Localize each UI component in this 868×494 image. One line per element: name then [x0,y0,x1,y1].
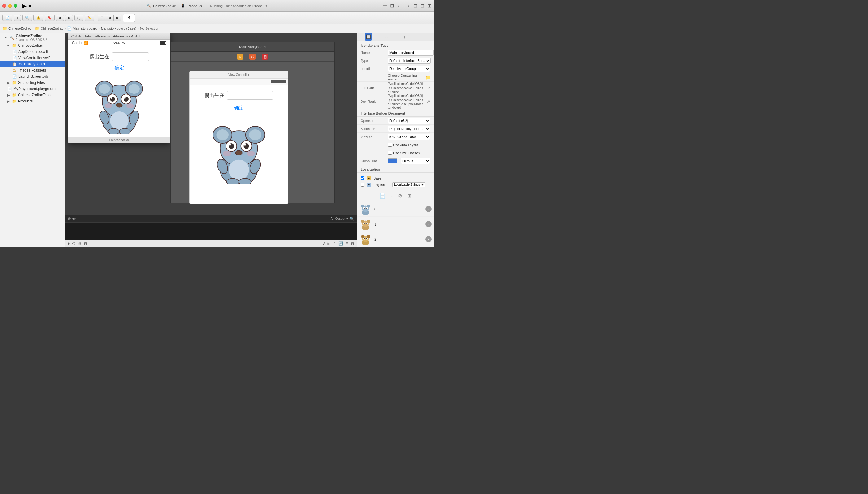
log-dropdown-button[interactable]: All Output ▾ [331,217,348,221]
warning-button[interactable]: ⚠️ [34,15,43,21]
expand-icon[interactable]: ⊞ [427,3,431,9]
viewas-select[interactable]: iOS 7.0 and Later [388,134,430,140]
identity-inspector-icon[interactable]: 🔲 [365,33,372,41]
new-file-button[interactable]: 📄 [2,15,13,21]
search-button[interactable]: 🔍 [22,15,32,21]
breadcrumb-item-2[interactable]: ChineseZodiac [41,26,63,30]
log-view-button[interactable]: 👁 [72,217,76,221]
sidebar-item-viewcontroller[interactable]: 📄 ViewController.swift [0,55,65,61]
sidebar-item-launchscreen[interactable]: 📄 LaunchScreen.xib [0,73,65,79]
svg-point-35 [228,160,249,180]
grid-view-button[interactable]: ⊞ [98,15,106,21]
loc-expand-icon[interactable]: ⌃ [428,183,430,186]
simulator-window[interactable]: iOS Simulator - iPhone 5s - iPhone 5s / … [68,33,170,143]
animal-row-2[interactable]: 2 2 [357,232,434,247]
globaltint-select[interactable]: Default [401,158,430,164]
animal-thumb-svg-0 [359,203,372,215]
location-button[interactable]: ◎ [78,242,81,246]
vc-confirm-button[interactable]: 确定 [234,104,244,111]
debug-button[interactable]: ⏱ [72,242,76,246]
autolayout-checkbox[interactable] [388,143,392,147]
list-view-button[interactable]: ◀ [106,15,114,21]
back-icon[interactable]: ← [397,3,402,9]
svg-point-34 [246,151,255,156]
svg-point-23 [216,129,228,140]
loc-sync-icon[interactable]: ↕ [391,193,393,199]
minimize-button[interactable] [8,4,12,8]
forward-icon[interactable]: → [405,3,410,9]
split-icon[interactable]: ⊟ [420,3,424,9]
size-inspector-icon[interactable]: ↓ [401,33,408,41]
english-loc-select[interactable]: Localizable Strings [392,182,425,187]
bookmark-button[interactable]: 🔖 [44,15,55,21]
fullpath-reveal-icon[interactable]: ↗ [427,86,430,90]
canvas-tool-screen[interactable]: ▦ [262,54,268,60]
sidebar-item-playground[interactable]: 📄 MyPlayground.playground [0,86,65,92]
loc-view-icon[interactable]: ⊞ [407,193,411,199]
maximize-button[interactable] [14,4,17,8]
vc-textfield[interactable] [227,91,273,100]
sidebar-item-label-supporting: Supporting Files [18,80,45,85]
sidebar-item-products[interactable]: ▶ 📁 Products [0,98,65,104]
localization-section: B Base E English Localizable Strings ⌃ [357,173,434,190]
panel-right-icon[interactable]: ⊞ [390,3,394,9]
base-loc-checkbox[interactable] [361,176,364,180]
sim-confirm-button[interactable]: 确定 [114,65,124,71]
sidebar-item-tests[interactable]: ▶ 📁 ChineseZodiacTests [0,92,65,98]
loc-add-icon[interactable]: 📄 [380,193,386,199]
sidebar-item-main-storyboard[interactable]: 📋 Main.storyboard [0,61,65,67]
filter-button[interactable]: ⊡ [84,242,87,246]
panel-left-icon[interactable]: ☰ [383,3,387,9]
clear-log-button[interactable]: 🗑 [68,217,71,221]
close-button[interactable] [2,4,6,8]
opensin-label: Opens in [361,119,385,122]
devregion-value: /Applications/Code/iOS例子/ChineseZodiac/C… [388,94,424,109]
connections-inspector-icon[interactable]: → [419,33,426,41]
sidebar-item-appdelegate[interactable]: 📄 AppDelegate.swift [0,49,65,55]
detail-view-button[interactable]: ▶ [114,15,121,21]
name-input[interactable] [388,50,434,56]
identity-type-title: Identity and Type [357,41,434,49]
animal-row-0[interactable]: 0 2 [357,202,434,217]
right-panel: 🔲 ↔ ↓ → Identity and Type Name Type Defa… [356,33,434,247]
nav-button[interactable]: ◀ [56,15,64,21]
disclosure-triangle-3: ▶ [7,81,11,84]
log-search-button[interactable]: 🔍 [349,217,354,221]
sim-textfield[interactable] [112,52,149,61]
devregion-reveal-icon[interactable]: ↗ [427,99,430,104]
folder-browse-icon[interactable]: 📁 [425,75,430,80]
breadcrumb-item-1[interactable]: ChineseZodiac [8,26,31,30]
sidebar-project-item[interactable]: ▾ 🔨 ChineseZodiac 2 targets, iOS SDK 8.2 [0,33,65,42]
storyboard-tab[interactable]: Main storyboard [171,42,334,52]
buildsfor-select[interactable]: Project Deployment T... [388,126,430,132]
sidebar-item-supporting-files[interactable]: ▶ 📁 Supporting Files [0,79,65,86]
schemes-button[interactable]: 🔄 [338,242,343,246]
layout-icon[interactable]: ⊡ [413,3,417,9]
sidebar-item-chinesezodiac-group[interactable]: ▾ 📁 ChineseZodiac [0,42,65,49]
canvas-tool-circle[interactable]: ○ [237,54,243,60]
snippet-button[interactable]: { } [74,15,83,21]
location-select[interactable]: Relative to Group [388,65,430,72]
add-button[interactable]: + [14,15,21,21]
disclosure-triangle-4: ▶ [7,94,11,97]
canvas-tool-cube[interactable]: ⬡ [250,54,256,60]
animal-row-1[interactable]: 1 2 [357,217,434,232]
view-options-button[interactable]: ⊞ [346,242,349,246]
attributes-inspector-icon[interactable]: ↔ [383,33,390,41]
type-select[interactable]: Default - Interface Bui... [388,58,430,64]
breadcrumb-item-3[interactable]: Main.storyboard [73,26,97,30]
breadcrumb-item-4[interactable]: Main.storyboard (Base) [101,26,136,30]
sizeclasses-checkbox[interactable] [388,151,392,155]
add-target-button[interactable]: + [68,242,70,246]
split-view-button[interactable]: ⊟ [351,242,354,246]
opensin-select[interactable]: Default (6.2) [388,118,430,124]
disclosure-triangle-5: ▶ [7,100,11,103]
loc-settings-icon[interactable]: ⚙ [398,193,402,199]
sidebar-item-xcassets[interactable]: 🗂 Images.xcassets [0,67,65,73]
nav-fwd-button[interactable]: ▶ [65,15,73,21]
annotation-button[interactable]: ✏️ [85,15,94,21]
english-loc-checkbox[interactable] [361,183,364,187]
simulator-bottom-bar: ChineseZodiac [69,137,170,143]
devregion-label: Dev Region [361,100,385,103]
global-tint-color-swatch[interactable] [388,158,397,164]
